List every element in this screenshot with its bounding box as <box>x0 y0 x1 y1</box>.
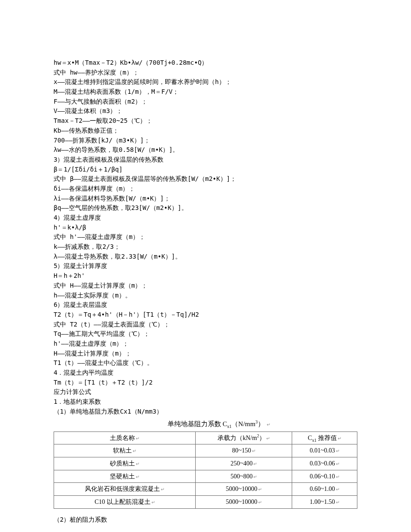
text-line: β＝1/[Σδi/δi＋1/βq] <box>54 165 357 175</box>
title-close: ） <box>258 420 264 427</box>
text-line: h——混凝土实际厚度（m）。 <box>54 291 357 301</box>
table-row: 坚硬粘土↵500~800↵0.06~0.10↵ <box>54 470 357 483</box>
return-icon: ↵ <box>266 422 270 427</box>
table-cell: 500~800↵ <box>196 470 292 483</box>
text-line: （1）单纯地基阻力系数Cx1（N/mm3） <box>54 407 357 417</box>
header-soil: 土质名称↵ <box>54 431 196 444</box>
table-cell: 5000~10000↵ <box>196 496 292 509</box>
text-line: 式中 T2（t）——混凝土表面温度（℃）； <box>54 320 357 330</box>
table-cell: 250~400↵ <box>196 457 292 470</box>
text-line: T2（t）＝Tq＋4•h'（H－h'）[T1（t）－Tq]/H2 <box>54 310 357 320</box>
table-cell: 砂质粘土↵ <box>54 457 196 470</box>
text-line: Tm（t）＝[T1（t）＋T2（t）]/2 <box>54 378 357 388</box>
text-line: Tmax－T2——一般取20~25（℃）； <box>54 116 357 126</box>
text-line: 式中 H——混凝土计算厚度（m）； <box>54 281 357 291</box>
text-line: x——混凝土维持到指定温度的延续时间，即蓄水养护时间（h）； <box>54 77 357 87</box>
table-cell: 1.00~1.50↵ <box>292 496 357 509</box>
text-line: H＝h＋2h' <box>54 271 357 281</box>
text-line: 4．混凝土内平均温度 <box>54 368 357 378</box>
text-line: hw＝x•M（Tmax－T2）Kb•λw/（700Tj+0.28mc•Q） <box>54 58 357 68</box>
text-line: V——混凝土体积（m3）； <box>54 106 357 116</box>
table-cell: 0.01~0.03↵ <box>292 444 357 457</box>
table-row: 风化岩石和低强度素混凝土↵5000~10000↵0.60~1.00↵ <box>54 483 357 496</box>
title-sub: x1 <box>227 424 231 429</box>
text-line: βq——空气层的传热系数，取23[W/（m2•K）]。 <box>54 203 357 213</box>
text-line: Tq——施工期大气平均温度（℃）； <box>54 329 357 339</box>
header-cx1: Cx1 推荐值↵ <box>292 431 357 444</box>
text-line: 应力计算公式 <box>54 387 357 397</box>
table-cell: 5000~10000↵ <box>196 483 292 496</box>
text-line: 式中 hw——养护水深度（m）； <box>54 68 357 78</box>
text-line: k——折减系数，取2/3； <box>54 242 357 252</box>
after-table-text: （2）桩的阻力系数 <box>54 515 357 525</box>
coefficient-table: 土质名称↵ 承载力（kN/m2）↵ Cx1 推荐值↵ 软粘土↵80~150↵0.… <box>54 431 357 509</box>
document-page: hw＝x•M（Tmax－T2）Kb•λw/（700Tj+0.28mc•Q）式中 … <box>0 0 411 532</box>
text-line: h'——混凝土虚厚度（m）； <box>54 339 357 349</box>
title-text: 单纯地基阻力系数 C <box>168 420 227 427</box>
table-cell: 0.03~0.06↵ <box>292 457 357 470</box>
text-line: T1（t）——混凝土中心温度（℃）。 <box>54 358 357 368</box>
text-line: H——混凝土计算厚度（m）； <box>54 349 357 359</box>
text-line: Kb——传热系数修正值； <box>54 126 357 136</box>
text-line: λw——水的导热系数，取0.58[W/（m•K）]。 <box>54 145 357 155</box>
table-cell: 0.60~1.00↵ <box>292 483 357 496</box>
text-line: 3）混凝土表面模板及保温层的传热系数 <box>54 155 357 165</box>
text-line: F——与大气接触的表面积（m2）； <box>54 97 357 107</box>
table-title: 单纯地基阻力系数 Cx1（N/mm3） ↵ <box>54 419 357 429</box>
table-header-row: 土质名称↵ 承载力（kN/m2）↵ Cx1 推荐值↵ <box>54 431 357 444</box>
text-line: M——混凝土结构表面系数（1/m），M＝F/V； <box>54 87 357 97</box>
text-line: 5）混凝土计算厚度 <box>54 261 357 271</box>
text-line: h'＝k•λ/β <box>54 223 357 233</box>
formula-text-block: hw＝x•M（Tmax－T2）Kb•λw/（700Tj+0.28mc•Q）式中 … <box>54 58 357 416</box>
table-row: C10 以上配筋混凝土↵5000~10000↵1.00~1.50↵ <box>54 496 357 509</box>
table-row: 软粘土↵80~150↵0.01~0.03↵ <box>54 444 357 457</box>
text-line: 1．地基约束系数 <box>54 397 357 407</box>
table-cell: 风化岩石和低强度素混凝土↵ <box>54 483 196 496</box>
table-cell: 坚硬粘土↵ <box>54 470 196 483</box>
title-unit: （N/mm <box>231 420 255 427</box>
text-line: 4）混凝土虚厚度 <box>54 213 357 223</box>
text-line: 6）混凝土表层温度 <box>54 300 357 310</box>
table-cell: 80~150↵ <box>196 444 292 457</box>
text-line: 700——折算系数[kJ/（m3•K）]； <box>54 136 357 146</box>
text-line: λ——混凝土导热系数，取2.33[W/（m•K）]。 <box>54 252 357 262</box>
table-cell: C10 以上配筋混凝土↵ <box>54 496 196 509</box>
table-row: 砂质粘土↵250~400↵0.03~0.06↵ <box>54 457 357 470</box>
table-cell: 软粘土↵ <box>54 444 196 457</box>
table-cell: 0.06~0.10↵ <box>292 470 357 483</box>
text-line: 式中 h'——混凝土虚厚度（m）； <box>54 232 357 242</box>
header-bearing: 承载力（kN/m2）↵ <box>196 431 292 444</box>
text-line: δi——各保温材料厚度（m）； <box>54 184 357 194</box>
text-line: 式中 β——混凝土表面模板及保温层等的传热系数[W/（m2•K）]； <box>54 174 357 184</box>
text-line: λi——各保温材料导热系数[W/（m•K）]； <box>54 194 357 204</box>
